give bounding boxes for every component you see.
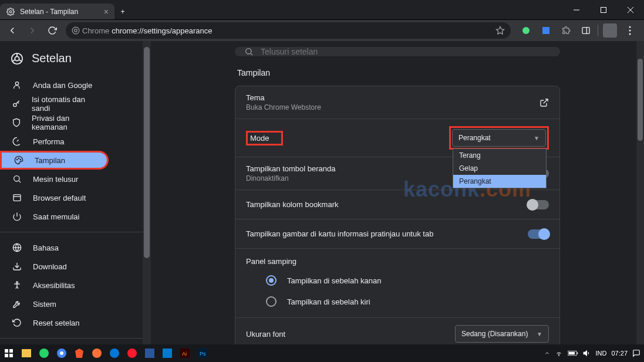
power-icon (12, 212, 22, 221)
search-icon (244, 47, 254, 56)
svg-rect-2 (601, 7, 606, 12)
svg-rect-58 (576, 353, 578, 354)
accessibility-icon (12, 280, 22, 290)
tray-battery-icon[interactable] (568, 350, 578, 356)
svg-point-20 (15, 82, 18, 85)
tray-wifi-icon[interactable] (555, 350, 563, 357)
theme-sub: Buka Chrome Webstore (246, 103, 321, 111)
tray-language[interactable]: IND (596, 350, 607, 357)
sidebar-item-languages[interactable]: Bahasa (0, 238, 109, 257)
sidebar-item-on-startup[interactable]: Saat memulai (0, 207, 109, 226)
sidebar-item-label: Privasi dan keamanan (32, 114, 97, 131)
sidebar-item-system[interactable]: Sistem (0, 295, 109, 313)
extension-icon[interactable] (518, 22, 534, 39)
close-tab-icon[interactable]: × (104, 7, 109, 16)
browser-toolbar: Chrome chrome://settings/appearance (0, 20, 644, 41)
chrome-logo-icon (11, 52, 23, 65)
svg-marker-46 (75, 349, 83, 358)
taskbar-vscode-icon[interactable] (159, 344, 176, 362)
key-icon (12, 99, 21, 109)
taskbar-opera-icon[interactable] (123, 344, 141, 362)
row-bookmark-bar[interactable]: Tampilkan kolom bookmark (235, 190, 559, 219)
browser-icon (12, 193, 22, 202)
forward-button[interactable] (23, 22, 41, 39)
sidebar-item-label: Anda dan Google (33, 81, 92, 90)
sidebar-item-you-and-google[interactable]: Anda dan Google (0, 76, 109, 94)
fontsize-select[interactable]: Sedang (Disarankan) ▼ (455, 325, 549, 343)
mode-select[interactable]: Perangkat ▼ Terang Gelap Perangkat (452, 129, 546, 147)
sidebar-item-default-browser[interactable]: Browser default (0, 188, 109, 207)
taskbar-word-icon[interactable] (141, 344, 159, 362)
radio-icon (266, 275, 277, 286)
theme-label: Tema (246, 93, 321, 102)
taskbar-chrome-icon[interactable] (53, 344, 70, 362)
sidebar-scrollbar[interactable] (143, 41, 151, 344)
profile-avatar[interactable] (602, 22, 618, 39)
sidebar-item-appearance[interactable]: Tampilan (0, 151, 109, 170)
hover-label: Tampilkan gambar di kartu informasi prat… (246, 229, 433, 238)
back-button[interactable] (4, 22, 21, 39)
settings-main: Tampilan Tema Buka Chrome Webstore Mode (151, 41, 644, 344)
tray-clock[interactable]: 07:27 (611, 350, 628, 357)
download-icon (12, 262, 22, 271)
main-scrollbar[interactable] (636, 41, 644, 344)
start-button[interactable] (0, 344, 18, 362)
extension-icon[interactable] (538, 22, 554, 39)
sidepanel-label: Panel samping (246, 257, 296, 266)
bookmark-toggle[interactable] (528, 200, 549, 209)
mode-option[interactable]: Perangkat (453, 175, 546, 188)
tray-volume-icon[interactable] (583, 349, 591, 357)
taskbar-brave-icon[interactable] (70, 344, 88, 362)
radio-label: Tampilkan di sebelah kanan (287, 276, 381, 285)
svg-point-8 (522, 27, 530, 34)
taskbar-illustrator-icon[interactable]: Ai (176, 344, 194, 362)
external-link-icon[interactable] (540, 98, 549, 107)
settings-search-input[interactable] (261, 47, 551, 56)
tray-chevron-icon[interactable] (544, 350, 550, 356)
sidebar-item-search-engine[interactable]: Mesin telusur (0, 170, 109, 188)
address-bar[interactable]: Chrome chrome://settings/appearance (66, 22, 511, 39)
radio-side-left[interactable]: Tampilkan di sebelah kiri (266, 296, 381, 307)
sidebar-item-autofill[interactable]: Isi otomatis dan sandi (0, 94, 109, 113)
row-theme[interactable]: Tema Buka Chrome Webstore (235, 86, 559, 119)
kebab-menu-icon[interactable] (622, 22, 638, 39)
row-hover-cards[interactable]: Tampilkan gambar di kartu informasi prat… (235, 219, 559, 249)
sidebar-item-reset[interactable]: Reset setelan (0, 313, 109, 332)
system-tray: IND 07:27 (544, 349, 644, 357)
speedometer-icon (12, 137, 22, 146)
svg-point-21 (14, 103, 16, 106)
side-panel-icon[interactable] (578, 22, 594, 39)
taskbar-whatsapp-icon[interactable] (35, 344, 53, 362)
svg-point-45 (60, 351, 63, 355)
browser-tab[interactable]: Setelan - Tampilan × (0, 4, 114, 19)
hover-toggle[interactable] (528, 229, 549, 239)
svg-text:Ai: Ai (182, 351, 187, 357)
chevron-down-icon: ▼ (537, 331, 542, 337)
reload-button[interactable] (43, 22, 61, 39)
mode-option[interactable]: Gelap (453, 162, 546, 175)
maximize-button[interactable] (590, 0, 617, 19)
sidebar-item-accessibility[interactable]: Aksesibilitas (0, 276, 109, 295)
settings-title: Setelan (32, 52, 72, 65)
sidebar-item-privacy[interactable]: Privasi dan keamanan (0, 113, 109, 132)
mode-option[interactable]: Terang (453, 149, 546, 162)
tray-notifications-icon[interactable] (632, 349, 640, 357)
svg-text:Ps: Ps (200, 351, 206, 357)
close-window-button[interactable] (617, 0, 644, 19)
taskbar-edge-icon[interactable] (106, 344, 123, 362)
sidebar-item-label: Bahasa (33, 243, 59, 252)
bookmark-star-icon[interactable] (495, 26, 505, 35)
new-tab-button[interactable]: + (114, 4, 131, 19)
sidebar-item-performance[interactable]: Performa (0, 132, 109, 151)
radio-label: Tampilkan di sebelah kiri (287, 297, 370, 306)
svg-rect-42 (22, 349, 31, 357)
taskbar-explorer-icon[interactable] (18, 344, 35, 362)
taskbar-firefox-icon[interactable] (88, 344, 106, 362)
extension-icon[interactable] (558, 22, 574, 39)
minimize-button[interactable] (563, 0, 590, 19)
svg-point-22 (16, 159, 17, 160)
taskbar-photoshop-icon[interactable]: Ps (194, 344, 211, 362)
sidebar-item-download[interactable]: Download (0, 257, 109, 276)
radio-side-right[interactable]: Tampilkan di sebelah kanan (266, 275, 381, 286)
settings-search[interactable] (235, 47, 560, 56)
